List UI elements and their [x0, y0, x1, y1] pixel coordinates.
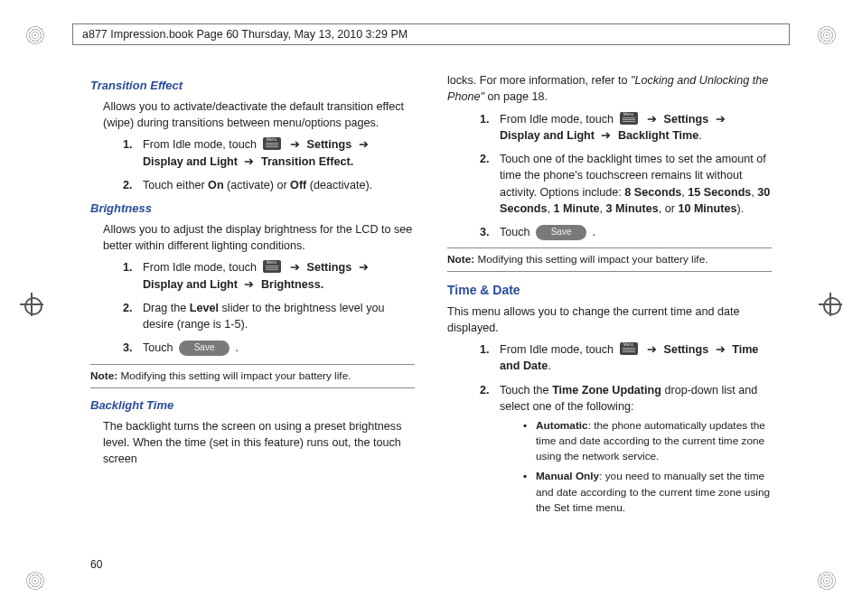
option-off: Off [290, 179, 306, 191]
arrow-icon: ➔ [290, 138, 300, 151]
path-display-light: Display and Light [143, 155, 240, 168]
page-header: a877 Impression.book Page 60 Thursday, M… [72, 23, 790, 45]
list-item: 2. Drag the Level slider to the brightne… [123, 300, 415, 333]
list-item: 2. Touch the Time Zone Updating drop-dow… [480, 382, 772, 520]
arrow-icon: ➔ [244, 278, 254, 291]
save-button: Save [536, 225, 586, 240]
intro-text: Allows you to activate/deactivate the de… [103, 98, 415, 132]
option-manual-only: Manual Only [536, 470, 599, 482]
path-display-light: Display and Light [143, 278, 240, 291]
path-settings: Settings [307, 138, 355, 151]
path-settings: Settings [664, 113, 712, 126]
path-brightness: Brightness. [261, 278, 323, 291]
heading-transition-effect: Transition Effect [90, 78, 415, 95]
intro-text: Allows you to adjust the display brightn… [103, 221, 415, 255]
path-settings: Settings [307, 261, 355, 274]
step-text: ). [736, 202, 744, 215]
page-body: Transition Effect Allows you to activate… [90, 72, 772, 580]
list-item: 1. From Idle mode, touch ➔ Settings ➔ Di… [123, 259, 415, 293]
list-item: 2. Touch either On (activate) or Off (de… [123, 177, 415, 193]
arrow-icon: ➔ [290, 261, 300, 274]
left-column: Transition Effect Allows you to activate… [90, 72, 415, 580]
intro-text: This menu allows you to change the curre… [447, 303, 772, 337]
bullet-item: Manual Only: you need to manually set th… [523, 469, 772, 515]
option-3m: 3 Minutes [606, 202, 659, 215]
menu-icon [263, 137, 281, 150]
step-text: Touch [143, 341, 176, 354]
step-text: Touch either [143, 179, 208, 191]
step-text: (activate) or [224, 179, 290, 191]
crop-ornament-icon [817, 25, 837, 45]
path-display-light: Display and Light [500, 129, 597, 142]
arrow-icon: ➔ [716, 343, 726, 356]
menu-icon [263, 260, 281, 273]
registration-mark-icon [20, 293, 43, 316]
step-text: Touch [500, 226, 533, 238]
note-text: Modifying this setting will impact your … [474, 253, 707, 266]
crop-ornament-icon [25, 571, 45, 591]
crop-ornament-icon [25, 25, 45, 45]
menu-icon [620, 342, 638, 355]
list-item: 3. Touch Save . [123, 340, 415, 356]
arrow-icon: ➔ [647, 113, 657, 126]
dropdown-tz-updating: Time Zone Updating [552, 384, 661, 397]
note-bar: Note: Modifying this setting will impact… [447, 247, 772, 272]
option-1m: 1 Minute [554, 202, 600, 215]
save-button: Save [179, 341, 230, 356]
step-text: . [698, 129, 702, 142]
step-text: . [548, 359, 551, 372]
list-item: 3. Touch Save . [480, 224, 772, 240]
list-item: 2. Touch one of the backlight times to s… [480, 151, 772, 217]
heading-brightness: Brightness [90, 201, 415, 218]
note-text: Modifying this setting will impact your … [117, 369, 351, 382]
bullet-item: Automatic: the phone automatically updat… [523, 418, 772, 464]
arrow-icon: ➔ [601, 129, 611, 142]
menu-icon [620, 112, 638, 125]
note-bar: Note: Modifying this setting will impact… [90, 364, 415, 388]
step-text: on page 18. [484, 90, 548, 103]
list-item: 1. From Idle mode, touch ➔ Settings ➔ Di… [480, 111, 772, 145]
arrow-icon: ➔ [244, 155, 254, 168]
step-text: . [236, 341, 239, 354]
list-item: 1. From Idle mode, touch ➔ Settings ➔ Ti… [480, 341, 772, 375]
continuation-text: locks. For more information, refer to "L… [447, 72, 772, 106]
arrow-icon: ➔ [359, 138, 369, 151]
page-number: 60 [90, 558, 102, 571]
step-text: locks. For more information, refer to [447, 74, 631, 87]
step-text: From Idle mode, touch [500, 343, 617, 356]
registration-mark-icon [819, 293, 842, 316]
path-settings: Settings [664, 343, 712, 356]
note-label: Note: [90, 369, 117, 382]
arrow-icon: ➔ [359, 261, 369, 274]
option-15s: 15 Seconds [688, 186, 751, 199]
step-text: From Idle mode, touch [500, 113, 617, 126]
slider-level: Level [190, 302, 219, 314]
intro-text: The backlight turns the screen on using … [103, 418, 415, 468]
step-text: Touch the [500, 384, 552, 397]
arrow-icon: ➔ [647, 343, 657, 356]
step-text: (deactivate). [306, 179, 372, 191]
step-text: From Idle mode, touch [143, 261, 260, 274]
option-8s: 8 Seconds [624, 186, 681, 199]
option-10m: 10 Minutes [678, 202, 736, 215]
path-backlight-time: Backlight Time [618, 129, 698, 142]
option-on: On [208, 179, 224, 191]
right-column: locks. For more information, refer to "L… [447, 72, 772, 580]
crop-ornament-icon [817, 571, 837, 591]
option-automatic: Automatic [536, 419, 588, 432]
list-item: 1. From Idle mode, touch ➔ Settings ➔ Di… [123, 136, 415, 170]
note-label: Note: [447, 253, 474, 266]
step-text: From Idle mode, touch [143, 138, 260, 151]
arrow-icon: ➔ [716, 113, 726, 126]
heading-time-date: Time & Date [447, 281, 772, 299]
step-text: Drag the [143, 302, 190, 314]
heading-backlight-time: Backlight Time [90, 397, 415, 415]
path-transition-effect: Transition Effect. [261, 155, 353, 168]
step-text: . [593, 226, 596, 238]
